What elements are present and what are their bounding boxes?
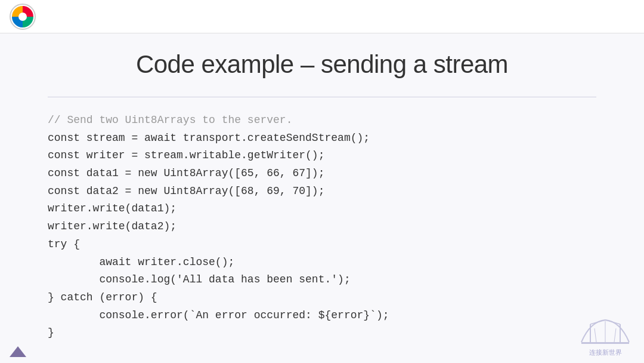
- code-line-10: } catch (error) {: [48, 289, 596, 307]
- svg-line-5: [595, 328, 596, 342]
- code-line-6: writer.write(data2);: [48, 218, 596, 236]
- code-line-4: const data2 = new Uint8Array([68, 69, 70…: [48, 183, 596, 201]
- slide-title: Code example – sending a stream: [136, 50, 508, 79]
- logo-center: [18, 13, 27, 21]
- watermark-label: 连接新世界: [589, 348, 622, 357]
- top-bar: [0, 0, 644, 33]
- logo-inner: [12, 6, 33, 27]
- code-line-12: }: [48, 324, 596, 342]
- logo: [10, 4, 36, 30]
- code-block: // Send two Uint8Arrays to the server. c…: [48, 112, 596, 342]
- svg-line-7: [614, 328, 616, 342]
- code-line-5: writer.write(data1);: [48, 200, 596, 218]
- code-line-1: const stream = await transport.createSen…: [48, 130, 596, 147]
- triangle-decoration-bottom: [10, 346, 26, 357]
- code-line-3: const data1 = new Uint8Array([65, 66, 67…: [48, 165, 596, 183]
- svg-line-3: [590, 320, 605, 324]
- code-line-7: try {: [48, 236, 596, 254]
- code-line-9: console.log('All data has been sent.');: [48, 271, 596, 289]
- decorative-triangles-bottom: [10, 346, 26, 357]
- watermark-bridge-icon: [578, 315, 632, 348]
- code-line-8: await writer.close();: [48, 254, 596, 272]
- code-comment: // Send two Uint8Arrays to the server.: [48, 112, 596, 130]
- svg-line-4: [605, 320, 620, 324]
- svg-rect-0: [581, 342, 629, 344]
- code-line-2: const writer = stream.writable.getWriter…: [48, 147, 596, 165]
- slide-content: Code example – sending a stream // Send …: [0, 33, 644, 363]
- title-divider: [48, 97, 596, 97]
- code-line-11: console.error(`An error occurred: ${erro…: [48, 307, 596, 325]
- watermark: 连接新世界: [578, 315, 632, 357]
